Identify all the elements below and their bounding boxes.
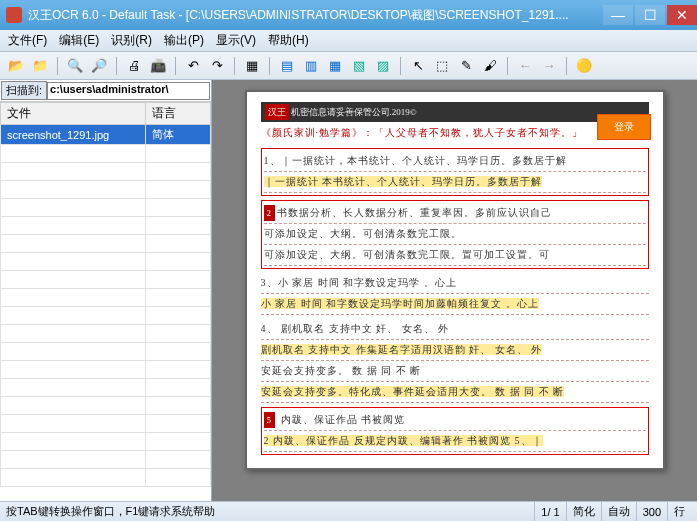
ocr-line: 1、｜一据统计，本书统计、个人统计、玛学日历。多数居于解 — [264, 151, 646, 172]
pointer-icon[interactable]: ↖ — [408, 56, 428, 76]
ocr-line: 4、 剧机取名 支持中文 奸、 女名、 外 — [261, 319, 649, 340]
table-row[interactable] — [1, 145, 211, 163]
select-icon[interactable]: ⬚ — [432, 56, 452, 76]
ocr-line: 剧机取名 支持中文 作集延名字适用汉语韵 奸、 女名、 外 — [261, 340, 649, 361]
table-row[interactable] — [1, 235, 211, 253]
zoom-out-icon[interactable]: 🔎 — [89, 56, 109, 76]
menu-help[interactable]: 帮助(H) — [268, 32, 309, 49]
layout-icon[interactable]: ▦ — [242, 56, 262, 76]
ocr-line: 5 内跋、保证作品 书被阅览 — [264, 410, 646, 431]
scan-row: 扫描到: c:\users\administrator\ — [0, 80, 211, 102]
ocr-line: 安延会支持变多。 数 据 同 不 断 — [261, 361, 649, 382]
ocr-document[interactable]: 汉王机密信息请妥善保管公司.2019© 《颜氏家训·勉学篇》：「人父母者不知教，… — [245, 90, 665, 470]
maximize-button[interactable]: ☐ — [635, 5, 665, 25]
toolbar: 📂 📁 🔍 🔎 🖨 📠 ↶ ↷ ▦ ▤ ▥ ▦ ▧ ▨ ↖ ⬚ ✎ 🖌 ← → … — [0, 52, 697, 80]
print-icon[interactable]: 🖨 — [124, 56, 144, 76]
ocr-line: 可添加设定、大纲。可创清条数完工限。 — [264, 224, 646, 245]
doc-topbar: 汉王机密信息请妥善保管公司.2019© — [261, 102, 649, 122]
status-line: 行 — [667, 502, 691, 521]
ocr-line: 2书数据分析、长人数据分析、重复率因。多前应认识自己 — [264, 203, 646, 224]
menu-edit[interactable]: 编辑(E) — [59, 32, 99, 49]
ocr-line: 安延会支持变多。特化成、事件延会适用大变。 数 据 同 不 断 — [261, 382, 649, 403]
table-row[interactable] — [1, 181, 211, 199]
table-row[interactable]: screenshot_1291.jpg简体 — [1, 125, 211, 145]
app-icon — [6, 7, 22, 23]
login-button[interactable]: 登录 — [597, 114, 651, 140]
main-area: 扫描到: c:\users\administrator\ 文件 语言 scree… — [0, 80, 697, 501]
next-icon[interactable]: → — [539, 56, 559, 76]
rotate-right-icon[interactable]: ↷ — [207, 56, 227, 76]
brush-icon[interactable]: 🖌 — [480, 56, 500, 76]
close-button[interactable]: ✕ — [667, 5, 697, 25]
scan-icon[interactable]: 📠 — [148, 56, 168, 76]
status-page: 1/ 1 — [534, 502, 565, 521]
view3-icon[interactable]: ▦ — [325, 56, 345, 76]
ocr-line: 3、小 家居 时间 和字数设定玛学 。心上 — [261, 273, 649, 294]
ocr-line: ｜一据统计 本书统计、个人统计、玛学日历。多数居于解 — [264, 172, 646, 193]
status-hint: 按TAB键转换操作窗口，F1键请求系统帮助 — [6, 504, 534, 519]
window-title: 汉王OCR 6.0 - Default Task - [C:\USERS\ADM… — [28, 7, 601, 24]
menu-bar: 文件(F) 编辑(E) 识别(R) 输出(P) 显示(V) 帮助(H) — [0, 30, 697, 52]
ocr-line: 小 家居 时间 和字数设定玛学时间加藤帕频往复文 。心上 — [261, 294, 649, 315]
table-row[interactable] — [1, 253, 211, 271]
view1-icon[interactable]: ▤ — [277, 56, 297, 76]
table-row[interactable] — [1, 361, 211, 379]
view5-icon[interactable]: ▨ — [373, 56, 393, 76]
view4-icon[interactable]: ▧ — [349, 56, 369, 76]
zoom-in-icon[interactable]: 🔍 — [65, 56, 85, 76]
table-row[interactable] — [1, 271, 211, 289]
table-row[interactable] — [1, 307, 211, 325]
left-panel: 扫描到: c:\users\administrator\ 文件 语言 scree… — [0, 80, 212, 501]
status-mode: 简化 — [566, 502, 601, 521]
table-row[interactable] — [1, 469, 211, 487]
color-icon[interactable]: 🟡 — [574, 56, 594, 76]
table-row[interactable] — [1, 379, 211, 397]
status-bar: 按TAB键转换操作窗口，F1键请求系统帮助 1/ 1 简化 自动 300 行 — [0, 501, 697, 521]
scan-path-input[interactable]: c:\users\administrator\ — [47, 82, 210, 100]
table-row[interactable] — [1, 163, 211, 181]
status-zoom: 300 — [636, 502, 667, 521]
table-row[interactable] — [1, 433, 211, 451]
open-icon[interactable]: 📂 — [6, 56, 26, 76]
menu-recognize[interactable]: 识别(R) — [111, 32, 152, 49]
preview-panel: 汉王机密信息请妥善保管公司.2019© 《颜氏家训·勉学篇》：「人父母者不知教，… — [212, 80, 697, 501]
scan-label: 扫描到: — [1, 81, 47, 100]
file-list[interactable]: 文件 语言 screenshot_1291.jpg简体 — [0, 102, 211, 501]
table-row[interactable] — [1, 325, 211, 343]
table-row[interactable] — [1, 397, 211, 415]
menu-output[interactable]: 输出(P) — [164, 32, 204, 49]
rotate-left-icon[interactable]: ↶ — [183, 56, 203, 76]
minimize-button[interactable]: — — [603, 5, 633, 25]
table-row[interactable] — [1, 199, 211, 217]
ocr-line: 可添加设定、大纲。可创清条数完工限。置可加工设置。可 — [264, 245, 646, 266]
table-row[interactable] — [1, 217, 211, 235]
prev-icon[interactable]: ← — [515, 56, 535, 76]
ocr-line: 2 内跋、保证作品 反规定内跋、编辑著作 书被阅览 5、｜ — [264, 431, 646, 452]
folder-icon[interactable]: 📁 — [30, 56, 50, 76]
table-row[interactable] — [1, 289, 211, 307]
doc-quote: 《颜氏家训·勉学篇》：「人父母者不知教，犹人子女者不知学。」 — [261, 124, 649, 142]
title-bar: 汉王OCR 6.0 - Default Task - [C:\USERS\ADM… — [0, 0, 697, 30]
view2-icon[interactable]: ▥ — [301, 56, 321, 76]
table-row[interactable] — [1, 415, 211, 433]
menu-file[interactable]: 文件(F) — [8, 32, 47, 49]
table-row[interactable] — [1, 451, 211, 469]
table-row[interactable] — [1, 343, 211, 361]
col-lang[interactable]: 语言 — [146, 103, 211, 125]
col-file[interactable]: 文件 — [1, 103, 146, 125]
edit-icon[interactable]: ✎ — [456, 56, 476, 76]
menu-view[interactable]: 显示(V) — [216, 32, 256, 49]
status-auto: 自动 — [601, 502, 636, 521]
